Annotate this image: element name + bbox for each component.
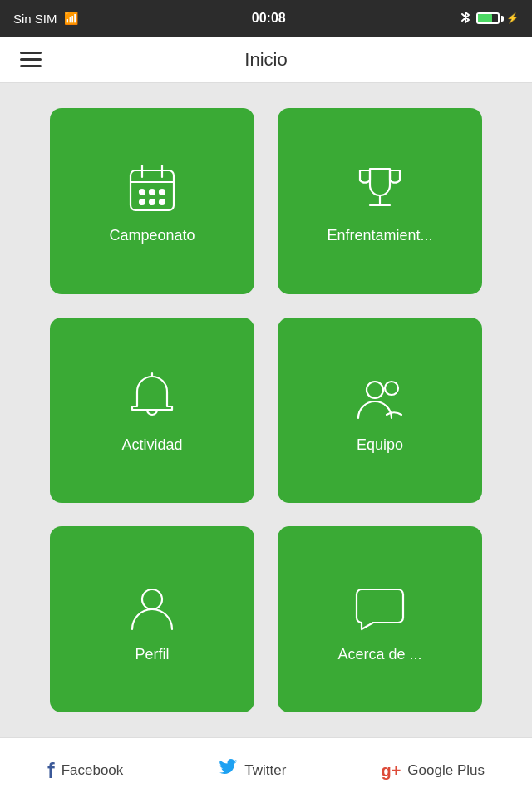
actividad-label: Actividad <box>121 436 182 454</box>
perfil-tile[interactable]: Perfil <box>50 526 254 712</box>
status-right: ⚡ <box>460 11 519 26</box>
facebook-button[interactable]: f Facebook <box>37 751 133 791</box>
svg-point-9 <box>160 200 165 204</box>
menu-grid: Campeonato Enfrentamient... Actividad <box>50 108 482 712</box>
svg-point-8 <box>150 200 155 204</box>
googleplus-label: Google Plus <box>407 762 485 779</box>
battery-indicator: ⚡ <box>476 12 519 24</box>
twitter-label: Twitter <box>244 762 286 779</box>
svg-point-13 <box>367 382 383 398</box>
user-icon <box>126 581 179 634</box>
twitter-icon <box>218 759 238 782</box>
footer: f Facebook Twitter g+ Google Plus <box>0 737 532 798</box>
bluetooth-icon <box>460 11 471 26</box>
enfrentamiento-label: Enfrentamient... <box>327 227 432 244</box>
svg-point-14 <box>385 382 398 395</box>
svg-point-6 <box>160 190 165 195</box>
status-time: 00:08 <box>252 11 286 26</box>
googleplus-icon: g+ <box>381 761 401 781</box>
googleplus-button[interactable]: g+ Google Plus <box>371 755 495 787</box>
charging-icon: ⚡ <box>506 12 519 24</box>
trophy-icon <box>353 162 406 215</box>
twitter-button[interactable]: Twitter <box>208 752 296 789</box>
facebook-icon: f <box>47 758 55 784</box>
enfrentamiento-tile[interactable]: Enfrentamient... <box>278 108 482 294</box>
bell-icon <box>126 372 179 425</box>
svg-point-5 <box>150 190 155 195</box>
acerca-label: Acerca de ... <box>337 646 421 663</box>
calendar-icon <box>126 162 179 215</box>
actividad-tile[interactable]: Actividad <box>50 318 254 504</box>
perfil-label: Perfil <box>135 646 169 663</box>
campeonato-tile[interactable]: Campeonato <box>50 108 254 294</box>
acerca-tile[interactable]: Acerca de ... <box>278 526 482 712</box>
wifi-icon: 📶 <box>64 12 78 25</box>
facebook-label: Facebook <box>62 762 124 779</box>
equipo-tile[interactable]: Equipo <box>278 318 482 504</box>
carrier-label: Sin SIM <box>13 12 57 26</box>
svg-point-7 <box>140 200 145 204</box>
menu-button[interactable] <box>17 48 45 71</box>
svg-point-15 <box>142 589 162 609</box>
campeonato-label: Campeonato <box>109 227 195 244</box>
team-icon <box>353 372 406 425</box>
chat-icon <box>353 581 406 634</box>
page-title: Inicio <box>45 49 487 71</box>
equipo-label: Equipo <box>357 436 403 454</box>
main-content: Campeonato Enfrentamient... Actividad <box>0 83 532 737</box>
nav-bar: Inicio <box>0 37 532 83</box>
status-left: Sin SIM 📶 <box>13 12 78 26</box>
svg-point-4 <box>140 190 145 195</box>
status-bar: Sin SIM 📶 00:08 ⚡ <box>0 0 532 37</box>
